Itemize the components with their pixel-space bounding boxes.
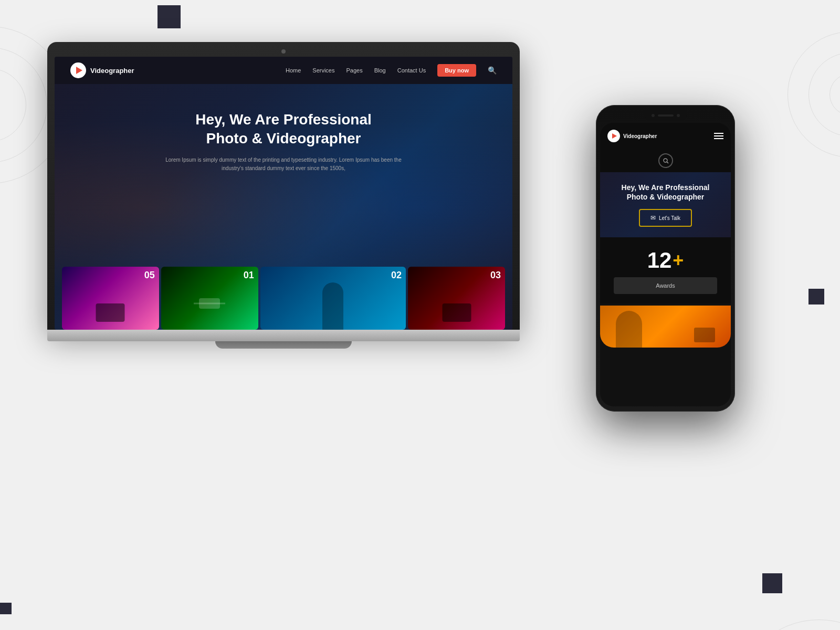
laptop-play-icon xyxy=(70,62,86,78)
phone-outer: Videographer xyxy=(596,105,735,412)
camera-rig-icon xyxy=(96,303,125,322)
buy-now-button[interactable]: Buy now xyxy=(437,64,476,77)
laptop-nav-links: Home Services Pages Blog Contact Us Buy … xyxy=(286,64,497,77)
svg-line-1 xyxy=(667,162,668,163)
gallery-num-03: 03 xyxy=(490,270,501,281)
gallery-num-01: 01 xyxy=(244,270,254,281)
laptop-hero: Hey, We Are Professional Photo & Videogr… xyxy=(55,84,512,330)
main-container: Videographer Home Services Pages Blog Co… xyxy=(0,0,840,630)
nav-services[interactable]: Services xyxy=(312,67,334,74)
phone-brand: Videographer xyxy=(623,133,657,139)
phone-speaker xyxy=(658,114,674,117)
phone-camera xyxy=(652,114,655,117)
nav-home[interactable]: Home xyxy=(286,67,301,74)
deco-square-1 xyxy=(158,5,181,28)
gallery-num-05: 05 xyxy=(144,270,155,281)
gallery-item-02: 02 xyxy=(260,267,406,330)
phone-hero: Hey, We Are Professional Photo & Videogr… xyxy=(600,172,731,237)
awards-label: Awards xyxy=(614,277,717,294)
drone-icon xyxy=(199,298,220,309)
play-triangle xyxy=(76,67,82,74)
deco-square-2 xyxy=(0,603,12,614)
gallery-row: 05 01 xyxy=(55,267,512,330)
phone-play-icon xyxy=(607,130,620,142)
gallery-item-05: 05 xyxy=(62,267,159,330)
menu-line-1 xyxy=(714,133,723,134)
phone-hero-line2: Photo & Videographer xyxy=(608,192,722,202)
gallery-item-03: 03 xyxy=(408,267,505,330)
phone-notch xyxy=(645,110,687,121)
nav-blog[interactable]: Blog xyxy=(374,67,386,74)
laptop-camera xyxy=(281,49,286,54)
laptop-logo: Videographer xyxy=(70,62,134,78)
stat-number: 12 xyxy=(647,248,672,273)
phone-stats-section: 12 + Awards xyxy=(600,237,731,303)
laptop-screen: Videographer Home Services Pages Blog Co… xyxy=(55,57,512,330)
nav-contact[interactable]: Contact Us xyxy=(397,67,426,74)
menu-line-3 xyxy=(714,138,723,139)
stat-plus: + xyxy=(673,249,684,271)
phone-search-icon[interactable] xyxy=(658,153,673,168)
laptop-mockup: Videographer Home Services Pages Blog Co… xyxy=(47,42,520,349)
gallery-item-02-inner xyxy=(260,267,406,330)
hero-description: Lorem Ipsum is simply dummy text of the … xyxy=(163,156,404,173)
laptop-navbar: Videographer Home Services Pages Blog Co… xyxy=(55,57,512,84)
phone-bottom-image xyxy=(600,306,731,348)
person-figure xyxy=(616,311,642,348)
deco-square-4 xyxy=(762,573,782,593)
nav-pages[interactable]: Pages xyxy=(346,67,363,74)
hero-title-line1: Hey, We Are Professional xyxy=(55,110,512,129)
gallery-num-02: 02 xyxy=(391,270,402,281)
camera-figure xyxy=(694,328,715,342)
phone-hero-line1: Hey, We Are Professional xyxy=(608,183,722,192)
phone-mockup: Videographer xyxy=(596,105,735,412)
laptop-base xyxy=(47,330,520,341)
phone-logo: Videographer xyxy=(607,130,657,142)
hero-content: Hey, We Are Professional Photo & Videogr… xyxy=(55,84,512,173)
phone-hero-title: Hey, We Are Professional Photo & Videogr… xyxy=(608,183,722,202)
deco-square-3 xyxy=(808,289,824,304)
phone-navbar: Videographer xyxy=(600,123,731,149)
hero-title-line2: Photo & Videographer xyxy=(55,129,512,148)
phone-screen: Videographer xyxy=(600,123,731,406)
search-icon[interactable]: 🔍 xyxy=(488,66,497,75)
laptop-logo-text: Videographer xyxy=(90,67,134,75)
laptop-foot xyxy=(215,341,352,349)
hamburger-menu-icon[interactable] xyxy=(714,133,723,139)
lets-talk-button[interactable]: ✉ Let's Talk xyxy=(639,209,692,227)
cta-label: Let's Talk xyxy=(659,215,680,221)
phone-sensor xyxy=(677,114,680,117)
gallery-item-01: 01 xyxy=(161,267,258,330)
stat-number-display: 12 + xyxy=(608,248,722,273)
drone-arm xyxy=(194,303,225,304)
hero-title: Hey, We Are Professional Photo & Videogr… xyxy=(55,110,512,149)
person-silhouette xyxy=(322,282,343,330)
camera-rig-icon-2 xyxy=(442,303,471,322)
svg-point-0 xyxy=(664,159,667,162)
phone-play-triangle xyxy=(612,133,617,139)
phone-search-bar xyxy=(600,149,731,172)
laptop-outer: Videographer Home Services Pages Blog Co… xyxy=(47,42,520,330)
whatsapp-icon: ✉ xyxy=(650,214,656,222)
menu-line-2 xyxy=(714,135,723,136)
